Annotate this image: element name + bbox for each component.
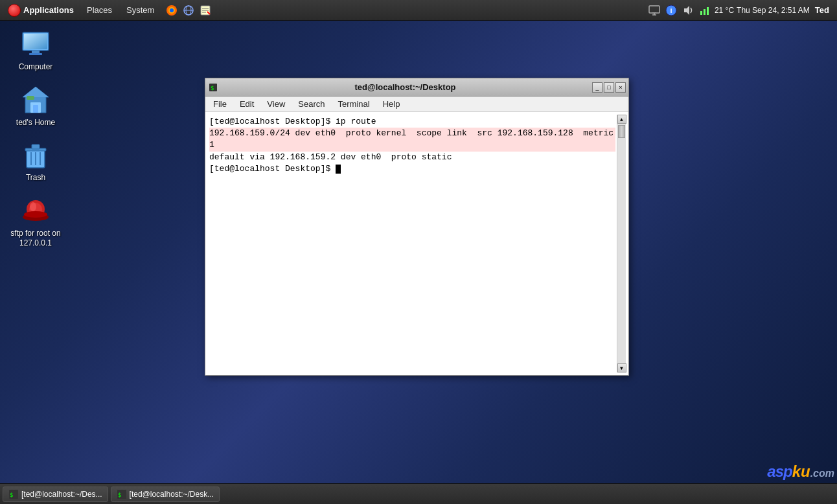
terminal-line-1: 192.168.159.0/24 dev eth0 proto kernel s… <box>209 128 615 139</box>
taskbar-label-0: [ted@localhost:~/Des... <box>21 490 102 499</box>
menu-edit[interactable]: Edit <box>235 98 259 110</box>
terminal-window-icon: $ <box>208 82 218 93</box>
scrollbar-thumb[interactable] <box>618 125 625 138</box>
svg-point-41 <box>24 211 47 218</box>
desktop-icons: Computer ted's Home <box>6 26 65 251</box>
panel-right: i 21 °C Thu Sep 24, 2:51 AM Ted <box>647 3 837 17</box>
sftp-label: sftp for root on 127.0.0.1 <box>9 229 62 249</box>
applications-menu[interactable]: Applications <box>3 3 79 18</box>
terminal-scrollbar[interactable]: ▲ ▼ <box>617 115 626 372</box>
svg-rect-33 <box>32 144 40 149</box>
svg-rect-29 <box>33 105 38 113</box>
terminal-line-4: [ted@localhost Desktop]$ <box>209 163 615 175</box>
fedora-icon <box>8 4 21 17</box>
svg-marker-17 <box>684 6 689 15</box>
terminal-title: ted@localhost:~/Desktop <box>221 82 590 92</box>
computer-icon-image <box>20 29 51 60</box>
svg-marker-27 <box>23 87 49 97</box>
taskbar-terminal-icon-0: $ <box>8 489 19 499</box>
network-status-icon[interactable] <box>698 3 712 17</box>
titlebar-buttons: _ □ × <box>592 82 626 93</box>
terminal-content[interactable]: [ted@localhost Desktop]$ ip route 192.16… <box>205 112 628 375</box>
svg-text:$: $ <box>118 492 121 498</box>
sftp-icon[interactable]: sftp for root on 127.0.0.1 <box>6 192 65 251</box>
home-icon-image <box>20 84 51 115</box>
scrollbar-up[interactable]: ▲ <box>617 115 626 124</box>
terminal-text: [ted@localhost Desktop]$ ip route 192.16… <box>208 115 617 372</box>
terminal-titlebar: $ ted@localhost:~/Desktop _ □ × <box>205 78 628 97</box>
display-icon[interactable] <box>647 3 661 17</box>
terminal-line-2: 1 <box>209 139 615 151</box>
svg-text:i: i <box>670 6 672 14</box>
menu-terminal[interactable]: Terminal <box>333 98 375 110</box>
taskbar-label-1: [ted@localhost:~/Desk... <box>130 490 214 499</box>
panel-left: Applications Places System <box>0 3 218 18</box>
sftp-icon-image <box>20 195 51 226</box>
svg-rect-19 <box>704 9 705 15</box>
svg-rect-30 <box>27 96 34 100</box>
terminal-line-0: [ted@localhost Desktop]$ ip route <box>209 116 615 128</box>
applications-label[interactable]: Applications <box>23 5 74 15</box>
teds-home-icon[interactable]: ted's Home <box>6 82 65 131</box>
trash-icon[interactable]: Trash <box>6 137 65 186</box>
trash-icon-image <box>20 139 51 170</box>
svg-point-2 <box>170 8 174 12</box>
quick-launch <box>162 3 215 17</box>
text-editor-icon[interactable] <box>198 3 212 17</box>
menu-search[interactable]: Search <box>293 98 330 110</box>
svg-text:$: $ <box>10 492 13 498</box>
scrollbar-track[interactable] <box>617 124 626 363</box>
terminal-menubar: File Edit View Search Terminal Help <box>205 97 628 112</box>
menu-file[interactable]: File <box>208 98 232 110</box>
maximize-button[interactable]: □ <box>604 82 614 93</box>
info-icon[interactable]: i <box>664 3 678 17</box>
username[interactable]: Ted <box>812 5 832 15</box>
svg-rect-18 <box>700 11 702 15</box>
menu-view[interactable]: View <box>262 98 290 110</box>
network-icon[interactable] <box>181 3 196 17</box>
close-button[interactable]: × <box>615 82 626 93</box>
taskbar-terminal-icon-1: $ <box>117 489 127 499</box>
volume-icon[interactable] <box>681 3 695 17</box>
computer-label: Computer <box>19 62 53 73</box>
taskbar: $ [ted@localhost:~/Des... $ [ted@localho… <box>0 483 837 504</box>
taskbar-item-1[interactable]: $ [ted@localhost:~/Desk... <box>111 487 220 502</box>
top-panel: Applications Places System <box>0 0 837 21</box>
svg-rect-24 <box>32 51 40 53</box>
cursor <box>336 165 341 174</box>
taskbar-item-0[interactable]: $ [ted@localhost:~/Des... <box>3 487 108 502</box>
trash-label: Trash <box>26 173 45 183</box>
svg-point-40 <box>30 202 36 211</box>
svg-rect-20 <box>707 7 709 15</box>
places-menu[interactable]: Places <box>80 3 119 17</box>
terminal-line-3: default via 192.168.159.2 dev eth0 proto… <box>209 152 615 163</box>
scrollbar-down[interactable]: ▼ <box>617 363 626 372</box>
svg-rect-25 <box>29 53 42 55</box>
system-menu[interactable]: System <box>120 3 161 17</box>
terminal-window: $ ted@localhost:~/Desktop _ □ × File Edi… <box>205 78 629 376</box>
svg-text:$: $ <box>211 85 214 91</box>
computer-icon[interactable]: Computer <box>6 26 65 75</box>
temperature: 21 °C <box>715 6 734 15</box>
minimize-button[interactable]: _ <box>592 82 602 93</box>
teds-home-label: ted's Home <box>16 118 55 128</box>
svg-rect-23 <box>24 34 47 49</box>
menu-help[interactable]: Help <box>378 98 406 110</box>
clock: Thu Sep 24, 2:51 AM <box>737 6 810 15</box>
svg-rect-11 <box>649 6 659 13</box>
firefox-icon[interactable] <box>165 3 179 17</box>
